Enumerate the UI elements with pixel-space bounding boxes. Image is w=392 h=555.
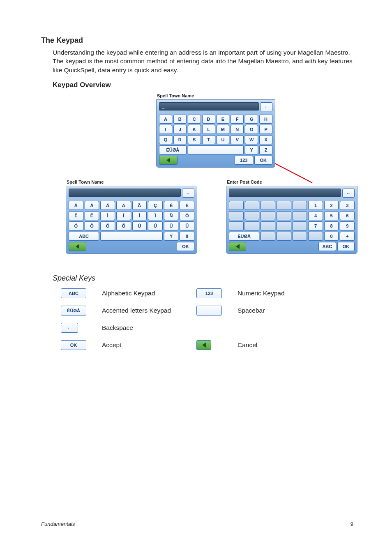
key-e-uml[interactable]: Ë bbox=[85, 211, 99, 220]
key-q[interactable]: Q bbox=[159, 135, 172, 144]
key-i-uml[interactable]: Ï bbox=[148, 211, 163, 220]
key-a-uml[interactable]: Ä bbox=[116, 201, 131, 210]
accent-mode-key[interactable]: ÉÜØÂ bbox=[159, 145, 187, 154]
numeric-keypad-figure: Enter Post Code ← 1 2 3 4 5 6 7 bbox=[226, 180, 357, 254]
key-r[interactable]: R bbox=[173, 135, 187, 144]
key-l[interactable]: L bbox=[202, 125, 215, 134]
key-b[interactable]: B bbox=[173, 115, 187, 124]
key-p[interactable]: P bbox=[259, 125, 272, 134]
key-u-uml[interactable]: Ü bbox=[180, 221, 194, 230]
ok-key[interactable]: OK bbox=[337, 242, 355, 251]
key-4[interactable]: 4 bbox=[308, 211, 323, 220]
key-u[interactable]: U bbox=[217, 135, 230, 144]
accent-mode-key[interactable]: ÉÜØÂ bbox=[229, 232, 259, 241]
key-a-circ[interactable]: Â bbox=[100, 201, 115, 210]
key-3[interactable]: 3 bbox=[340, 201, 355, 210]
key-o-grave[interactable]: Ò bbox=[180, 211, 194, 220]
legend-accent-key: ÉÜØÂ bbox=[61, 306, 86, 315]
key-u-acute[interactable]: Ú bbox=[148, 221, 163, 230]
key-i-grave[interactable]: Ì bbox=[100, 211, 115, 220]
numeric-keypad-title: Enter Post Code bbox=[227, 180, 357, 184]
ok-key[interactable]: OK bbox=[177, 242, 194, 251]
key-o-tilde[interactable]: Õ bbox=[116, 221, 131, 230]
key-0[interactable]: 0 bbox=[324, 232, 339, 241]
spacebar-key[interactable] bbox=[188, 145, 244, 154]
section-title: The Keypad bbox=[41, 36, 353, 45]
key-x[interactable]: X bbox=[259, 135, 272, 144]
accent-keypad-figure: Spell Town Name _ ← À Á Â Ä Ã Ç È É Ê Ë bbox=[66, 180, 197, 254]
key-d[interactable]: D bbox=[202, 115, 215, 124]
legend-cancel-key bbox=[196, 340, 211, 350]
key-t[interactable]: T bbox=[202, 135, 215, 144]
key-c-ced[interactable]: Ç bbox=[148, 201, 163, 210]
key-e-acute[interactable]: É bbox=[180, 201, 194, 210]
key-7[interactable]: 7 bbox=[308, 221, 323, 230]
key-e[interactable]: E bbox=[217, 115, 230, 124]
key-f[interactable]: F bbox=[231, 115, 244, 124]
alpha-keypad-input[interactable]: _ bbox=[159, 102, 259, 111]
backspace-key[interactable]: ← bbox=[260, 102, 272, 111]
key-8[interactable]: 8 bbox=[324, 221, 339, 230]
key-i[interactable]: I bbox=[159, 125, 172, 134]
blank-key bbox=[277, 211, 291, 220]
blank-key bbox=[261, 221, 275, 230]
key-6[interactable]: 6 bbox=[340, 211, 355, 220]
footer-section: Fundamentals bbox=[41, 521, 75, 527]
key-o-acute[interactable]: Ó bbox=[69, 221, 83, 230]
spacebar-key[interactable] bbox=[100, 232, 163, 241]
key-1[interactable]: 1 bbox=[308, 201, 323, 210]
key-o[interactable]: O bbox=[245, 125, 258, 134]
key-v[interactable]: V bbox=[231, 135, 244, 144]
key-g[interactable]: G bbox=[245, 115, 258, 124]
key-n[interactable]: N bbox=[231, 125, 244, 134]
blank-key bbox=[245, 201, 260, 210]
key-a-grave[interactable]: À bbox=[69, 201, 83, 210]
key-a-acute[interactable]: Á bbox=[85, 201, 99, 210]
key-i-circ[interactable]: Î bbox=[132, 211, 147, 220]
key-o-circ[interactable]: Ô bbox=[85, 221, 99, 230]
key-a-tilde[interactable]: Ã bbox=[132, 201, 147, 210]
accent-keypad-input[interactable]: _ bbox=[69, 189, 181, 197]
cancel-key[interactable] bbox=[229, 242, 246, 251]
key-5[interactable]: 5 bbox=[324, 211, 339, 220]
key-s[interactable]: S bbox=[188, 135, 201, 144]
legend-abc-key: ABC bbox=[61, 288, 86, 298]
key-h[interactable]: H bbox=[259, 115, 272, 124]
numeric-mode-key[interactable]: 123 bbox=[235, 156, 253, 165]
key-c[interactable]: C bbox=[188, 115, 201, 124]
key-y[interactable]: Y bbox=[245, 145, 258, 154]
alpha-mode-key[interactable]: ABC bbox=[318, 242, 336, 251]
key-n-tilde[interactable]: Ñ bbox=[164, 211, 179, 220]
back-arrow-icon bbox=[236, 244, 240, 249]
alpha-mode-key[interactable]: ABC bbox=[69, 232, 99, 241]
key-i-acute[interactable]: Í bbox=[116, 211, 131, 220]
key-u-grave[interactable]: Ù bbox=[132, 221, 147, 230]
blank-key bbox=[293, 221, 307, 230]
back-arrow-icon bbox=[202, 343, 206, 348]
key-e-circ[interactable]: Ê bbox=[69, 211, 83, 220]
cancel-key[interactable] bbox=[69, 242, 86, 251]
body-text: Understanding the keypad while entering … bbox=[53, 48, 353, 74]
key-a[interactable]: A bbox=[159, 115, 172, 124]
key-y-acute[interactable]: Ý bbox=[164, 232, 179, 241]
blank-key bbox=[308, 232, 323, 241]
backspace-key[interactable]: ← bbox=[182, 189, 194, 198]
cancel-key[interactable] bbox=[159, 156, 178, 165]
key-o-uml[interactable]: Ö bbox=[100, 221, 115, 230]
blank-key bbox=[229, 221, 244, 230]
key-j[interactable]: J bbox=[173, 125, 187, 134]
backspace-key[interactable]: ← bbox=[342, 189, 355, 198]
key-sharp-s[interactable]: ß bbox=[180, 232, 194, 241]
key-u-circ[interactable]: Û bbox=[164, 221, 179, 230]
key-9[interactable]: 9 bbox=[340, 221, 355, 230]
key-plus[interactable]: + bbox=[340, 232, 355, 241]
numeric-keypad-input[interactable] bbox=[229, 189, 341, 197]
key-k[interactable]: K bbox=[188, 125, 201, 134]
key-z[interactable]: Z bbox=[259, 145, 272, 154]
key-w[interactable]: W bbox=[245, 135, 258, 144]
key-2[interactable]: 2 bbox=[324, 201, 339, 210]
ok-key[interactable]: OK bbox=[254, 156, 273, 165]
key-m[interactable]: M bbox=[217, 125, 230, 134]
blank-key bbox=[293, 201, 307, 210]
key-e-grave[interactable]: È bbox=[164, 201, 179, 210]
